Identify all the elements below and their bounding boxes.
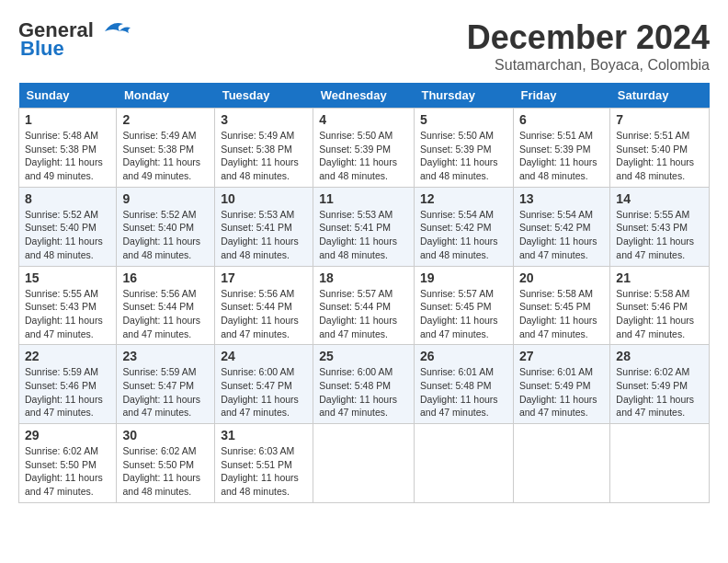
calendar-cell: 22 Sunrise: 5:59 AMSunset: 5:46 PMDaylig… xyxy=(19,345,117,424)
day-info: Sunrise: 5:57 AMSunset: 5:45 PMDaylight:… xyxy=(420,288,498,339)
calendar-cell: 4 Sunrise: 5:50 AMSunset: 5:39 PMDayligh… xyxy=(313,109,415,188)
day-info: Sunrise: 6:01 AMSunset: 5:49 PMDaylight:… xyxy=(519,366,597,418)
day-info: Sunrise: 5:51 AMSunset: 5:40 PMDaylight:… xyxy=(616,130,694,181)
day-info: Sunrise: 5:52 AMSunset: 5:40 PMDaylight:… xyxy=(25,209,103,260)
calendar-cell: 26 Sunrise: 6:01 AMSunset: 5:48 PMDaylig… xyxy=(414,345,513,424)
day-info: Sunrise: 5:58 AMSunset: 5:46 PMDaylight:… xyxy=(616,288,694,339)
column-header-thursday: Thursday xyxy=(414,83,513,109)
calendar-cell: 19 Sunrise: 5:57 AMSunset: 5:45 PMDaylig… xyxy=(414,266,513,345)
day-number: 4 xyxy=(319,112,408,127)
calendar-cell: 18 Sunrise: 5:57 AMSunset: 5:44 PMDaylig… xyxy=(313,266,415,345)
column-header-monday: Monday xyxy=(117,83,215,109)
calendar-cell: 3 Sunrise: 5:49 AMSunset: 5:38 PMDayligh… xyxy=(215,109,313,188)
day-info: Sunrise: 5:50 AMSunset: 5:39 PMDaylight:… xyxy=(420,130,498,181)
calendar-cell: 29 Sunrise: 6:02 AMSunset: 5:50 PMDaylig… xyxy=(19,424,117,503)
month-title: December 2024 xyxy=(467,18,710,57)
day-info: Sunrise: 5:54 AMSunset: 5:42 PMDaylight:… xyxy=(420,209,498,260)
column-header-sunday: Sunday xyxy=(19,83,117,109)
calendar-cell: 25 Sunrise: 6:00 AMSunset: 5:48 PMDaylig… xyxy=(313,345,415,424)
day-number: 24 xyxy=(221,349,307,363)
calendar-cell: 1 Sunrise: 5:48 AMSunset: 5:38 PMDayligh… xyxy=(19,109,117,188)
day-info: Sunrise: 5:59 AMSunset: 5:47 PMDaylight:… xyxy=(122,366,200,418)
day-info: Sunrise: 6:02 AMSunset: 5:49 PMDaylight:… xyxy=(616,366,694,418)
calendar-week-row: 1 Sunrise: 5:48 AMSunset: 5:38 PMDayligh… xyxy=(19,109,710,188)
day-info: Sunrise: 5:55 AMSunset: 5:43 PMDaylight:… xyxy=(616,209,694,260)
calendar-cell: 31 Sunrise: 6:03 AMSunset: 5:51 PMDaylig… xyxy=(215,424,313,503)
calendar-cell: 2 Sunrise: 5:49 AMSunset: 5:38 PMDayligh… xyxy=(117,109,215,188)
calendar-cell: 8 Sunrise: 5:52 AMSunset: 5:40 PMDayligh… xyxy=(19,187,117,266)
calendar-cell xyxy=(313,424,415,503)
day-info: Sunrise: 5:56 AMSunset: 5:44 PMDaylight:… xyxy=(122,288,200,339)
day-number: 16 xyxy=(122,270,209,285)
day-info: Sunrise: 6:01 AMSunset: 5:48 PMDaylight:… xyxy=(420,366,498,418)
calendar-cell: 14 Sunrise: 5:55 AMSunset: 5:43 PMDaylig… xyxy=(610,187,710,266)
calendar-cell: 23 Sunrise: 5:59 AMSunset: 5:47 PMDaylig… xyxy=(117,345,215,424)
day-info: Sunrise: 5:49 AMSunset: 5:38 PMDaylight:… xyxy=(122,130,200,181)
day-number: 30 xyxy=(122,428,209,442)
day-number: 29 xyxy=(25,428,110,442)
calendar-cell xyxy=(414,424,513,503)
calendar-cell: 15 Sunrise: 5:55 AMSunset: 5:43 PMDaylig… xyxy=(19,266,117,345)
calendar-week-row: 8 Sunrise: 5:52 AMSunset: 5:40 PMDayligh… xyxy=(19,187,710,266)
calendar-cell: 17 Sunrise: 5:56 AMSunset: 5:44 PMDaylig… xyxy=(215,266,313,345)
calendar-cell: 10 Sunrise: 5:53 AMSunset: 5:41 PMDaylig… xyxy=(215,187,313,266)
day-info: Sunrise: 5:55 AMSunset: 5:43 PMDaylight:… xyxy=(25,288,103,339)
day-number: 8 xyxy=(25,191,110,206)
day-info: Sunrise: 5:48 AMSunset: 5:38 PMDaylight:… xyxy=(25,130,103,181)
day-info: Sunrise: 5:53 AMSunset: 5:41 PMDaylight:… xyxy=(221,209,299,260)
day-info: Sunrise: 5:52 AMSunset: 5:40 PMDaylight:… xyxy=(122,209,200,260)
calendar-cell: 16 Sunrise: 5:56 AMSunset: 5:44 PMDaylig… xyxy=(117,266,215,345)
day-number: 2 xyxy=(122,112,209,127)
logo-blue: Blue xyxy=(20,37,64,61)
day-number: 22 xyxy=(25,349,110,363)
calendar-week-row: 29 Sunrise: 6:02 AMSunset: 5:50 PMDaylig… xyxy=(19,424,710,503)
day-number: 21 xyxy=(616,270,703,285)
day-number: 19 xyxy=(420,270,507,285)
day-number: 18 xyxy=(319,270,408,285)
day-info: Sunrise: 5:51 AMSunset: 5:39 PMDaylight:… xyxy=(519,130,597,181)
column-header-friday: Friday xyxy=(513,83,609,109)
day-number: 28 xyxy=(616,349,703,363)
day-number: 12 xyxy=(420,191,507,206)
day-info: Sunrise: 5:50 AMSunset: 5:39 PMDaylight:… xyxy=(319,130,397,181)
calendar-cell: 30 Sunrise: 6:02 AMSunset: 5:50 PMDaylig… xyxy=(117,424,215,503)
column-header-saturday: Saturday xyxy=(610,83,710,109)
day-number: 7 xyxy=(616,112,703,127)
day-info: Sunrise: 5:57 AMSunset: 5:44 PMDaylight:… xyxy=(319,288,397,339)
page-header: General Blue December 2024 Sutamarchan, … xyxy=(18,18,710,74)
day-number: 6 xyxy=(519,112,604,127)
calendar-cell xyxy=(610,424,710,503)
calendar-cell: 6 Sunrise: 5:51 AMSunset: 5:39 PMDayligh… xyxy=(513,109,609,188)
day-info: Sunrise: 6:03 AMSunset: 5:51 PMDaylight:… xyxy=(221,445,299,497)
day-number: 5 xyxy=(420,112,507,127)
day-number: 13 xyxy=(519,191,604,206)
calendar-cell: 12 Sunrise: 5:54 AMSunset: 5:42 PMDaylig… xyxy=(414,187,513,266)
day-number: 26 xyxy=(420,349,507,363)
day-number: 25 xyxy=(319,349,408,363)
calendar-table: SundayMondayTuesdayWednesdayThursdayFrid… xyxy=(18,83,710,503)
day-info: Sunrise: 5:53 AMSunset: 5:41 PMDaylight:… xyxy=(319,209,397,260)
column-header-wednesday: Wednesday xyxy=(313,83,415,109)
day-number: 27 xyxy=(519,349,604,363)
day-info: Sunrise: 6:00 AMSunset: 5:48 PMDaylight:… xyxy=(319,366,397,418)
day-info: Sunrise: 5:56 AMSunset: 5:44 PMDaylight:… xyxy=(221,288,299,339)
day-info: Sunrise: 5:49 AMSunset: 5:38 PMDaylight:… xyxy=(221,130,299,181)
logo: General Blue xyxy=(18,18,131,61)
calendar-cell: 28 Sunrise: 6:02 AMSunset: 5:49 PMDaylig… xyxy=(610,345,710,424)
day-number: 3 xyxy=(221,112,307,127)
calendar-header-row: SundayMondayTuesdayWednesdayThursdayFrid… xyxy=(19,83,710,109)
day-number: 15 xyxy=(25,270,110,285)
day-info: Sunrise: 5:59 AMSunset: 5:46 PMDaylight:… xyxy=(25,366,103,418)
day-number: 23 xyxy=(122,349,209,363)
day-number: 10 xyxy=(221,191,307,206)
title-area: December 2024 Sutamarchan, Boyaca, Colom… xyxy=(467,18,710,74)
day-number: 17 xyxy=(221,270,307,285)
calendar-cell: 20 Sunrise: 5:58 AMSunset: 5:45 PMDaylig… xyxy=(513,266,609,345)
calendar-cell: 7 Sunrise: 5:51 AMSunset: 5:40 PMDayligh… xyxy=(610,109,710,188)
calendar-cell: 24 Sunrise: 6:00 AMSunset: 5:47 PMDaylig… xyxy=(215,345,313,424)
day-info: Sunrise: 5:54 AMSunset: 5:42 PMDaylight:… xyxy=(519,209,597,260)
location-subtitle: Sutamarchan, Boyaca, Colombia xyxy=(467,57,710,74)
day-number: 14 xyxy=(616,191,703,206)
calendar-cell: 13 Sunrise: 5:54 AMSunset: 5:42 PMDaylig… xyxy=(513,187,609,266)
day-info: Sunrise: 6:02 AMSunset: 5:50 PMDaylight:… xyxy=(25,445,103,497)
